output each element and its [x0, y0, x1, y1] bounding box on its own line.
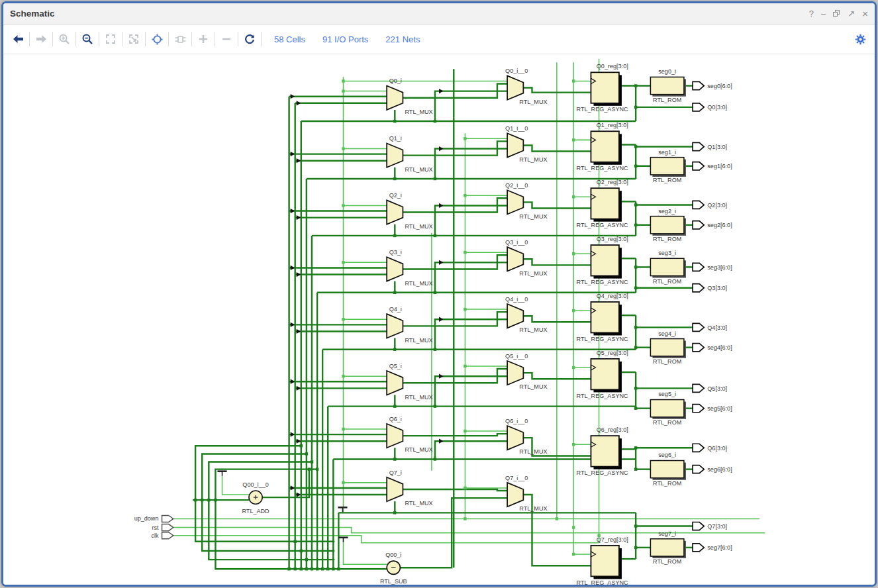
output-port-Q6[3:0]-symbol[interactable]	[693, 444, 704, 452]
regenerate-icon[interactable]	[242, 31, 258, 47]
output-port-Q5[3:0]-label: Q5[3:0]	[707, 385, 727, 392]
autofit-selection-icon[interactable]	[149, 31, 165, 47]
cell-Q4_reg[3:0][interactable]	[591, 302, 618, 332]
zoom-in-icon[interactable]	[56, 31, 72, 47]
back-icon[interactable]	[10, 31, 26, 47]
cell-type-label: RTL_MUX	[519, 326, 547, 333]
net-arrowhead	[439, 89, 444, 93]
net-junction-dot	[634, 165, 637, 168]
net-junction-dot	[434, 405, 436, 407]
cell-Q0_reg[3:0][interactable]	[591, 72, 618, 103]
cell-Q1_i__0[interactable]	[507, 133, 523, 157]
net-junction-dot	[393, 348, 396, 351]
net-junction-dot	[434, 120, 436, 122]
cell-seg6_i[interactable]	[650, 461, 684, 478]
io-ports-count-link[interactable]: 91 I/O Ports	[322, 34, 368, 44]
forward-icon[interactable]	[33, 31, 49, 47]
add-icon[interactable]	[195, 31, 211, 47]
output-port-seg5[6:0]-symbol[interactable]	[693, 405, 704, 413]
maximize-icon[interactable]: ↗	[848, 9, 855, 18]
input-port-rst-label: rst	[152, 524, 159, 531]
output-port-seg6[6:0]-symbol[interactable]	[693, 466, 704, 473]
input-port-up_down-symbol[interactable]	[162, 515, 173, 522]
remove-icon[interactable]	[219, 31, 234, 47]
cell-type-label: RTL_REG_ASYNC	[577, 469, 628, 476]
output-port-Q0[3:0]-symbol[interactable]	[693, 103, 704, 111]
output-port-seg2[6:0]-symbol[interactable]	[693, 221, 704, 229]
net-arrowhead	[297, 492, 301, 497]
cell-seg2_i[interactable]	[650, 217, 684, 234]
cell-Q4_i[interactable]	[387, 314, 403, 338]
cell-seg0_i[interactable]	[650, 77, 684, 94]
output-port-Q4[3:0]-symbol[interactable]	[693, 323, 704, 331]
output-port-seg0[6:0]-symbol[interactable]	[693, 81, 704, 89]
cell-Q6_i[interactable]	[387, 424, 403, 448]
cell-type-label: RTL_MUX	[519, 99, 547, 105]
output-port-seg3[6:0]-symbol[interactable]	[693, 263, 704, 271]
net-arrowhead	[439, 146, 444, 151]
net-arrowhead	[291, 432, 295, 436]
output-port-Q2[3:0]-symbol[interactable]	[693, 201, 704, 209]
cell-seg5_i[interactable]	[650, 400, 684, 417]
cell-Q3_i[interactable]	[387, 257, 403, 281]
net-wire	[262, 469, 309, 497]
cell-Q2_i__0[interactable]	[507, 190, 523, 214]
cell-Q5_i[interactable]	[387, 371, 403, 395]
cell-Q6_reg[3:0][interactable]	[591, 436, 618, 466]
net-arrowhead	[297, 158, 301, 163]
net-junction-dot	[556, 517, 558, 520]
output-port-seg7[6:0]-symbol[interactable]	[693, 544, 704, 552]
output-port-seg2[6:0]-label: seg2[6:0]	[707, 222, 732, 228]
cell-Q7_i[interactable]	[387, 477, 403, 501]
help-icon[interactable]: ?	[809, 9, 814, 18]
cell-Q1_i[interactable]	[387, 143, 403, 167]
cells-count-link[interactable]: 58 Cells	[274, 34, 305, 44]
cell-type-label: RTL_REG_ASYNC	[577, 222, 628, 228]
output-port-Q3[3:0]-symbol[interactable]	[693, 284, 704, 292]
schematic-canvas[interactable]: Q0_iRTL_MUXQ0_i__0RTL_MUXQ0_reg[3:0]RTL_…	[3, 54, 875, 585]
cell-seg7_i[interactable]	[650, 539, 684, 556]
output-port-Q7[3:0]-symbol[interactable]	[693, 522, 704, 530]
cell-Q5_i__0[interactable]	[507, 361, 523, 385]
cell-Q5_reg[3:0][interactable]	[591, 359, 618, 389]
cell-Q2_reg[3:0][interactable]	[591, 188, 618, 219]
nets-count-link[interactable]: 221 Nets	[385, 34, 420, 44]
expand-cone-icon[interactable]	[172, 31, 188, 47]
output-port-Q1[3:0]-symbol[interactable]	[693, 142, 704, 150]
net-junction-dot	[634, 145, 637, 148]
output-port-Q5[3:0]-symbol[interactable]	[693, 384, 704, 392]
cell-name-label: Q3_i__0	[505, 239, 528, 246]
cell-Q3_i__0[interactable]	[507, 247, 523, 271]
cell-Q4_i__0[interactable]	[507, 304, 523, 328]
input-port-rst-symbol[interactable]	[162, 524, 173, 531]
cell-Q0_i__0[interactable]	[507, 75, 523, 99]
output-port-Q0[3:0]-label: Q0[3:0]	[707, 104, 727, 111]
cell-Q7_i__0[interactable]	[507, 483, 523, 507]
cell-Q1_reg[3:0][interactable]	[591, 131, 618, 162]
title-bar[interactable]: Schematic ? – ↗ ×	[3, 3, 875, 24]
cell-Q0_i[interactable]	[387, 86, 403, 110]
settings-gear-icon[interactable]	[852, 31, 868, 47]
cell-Q3_reg[3:0][interactable]	[591, 245, 618, 275]
net-junction-dot	[572, 79, 575, 82]
close-icon[interactable]: ×	[862, 9, 868, 19]
zoom-out-icon[interactable]	[79, 31, 95, 47]
schematic-toolbar: 58 Cells 91 I/O Ports 221 Nets	[3, 24, 875, 54]
cell-seg3_i[interactable]	[650, 258, 684, 275]
cell-seg1_i[interactable]	[650, 158, 684, 175]
input-port-clk-symbol[interactable]	[162, 532, 173, 539]
cell-Q7_reg[3:0][interactable]	[591, 546, 618, 576]
cell-Q2_i[interactable]	[387, 200, 403, 224]
output-port-seg1[6:0]-symbol[interactable]	[693, 162, 704, 170]
minimize-icon[interactable]: –	[821, 9, 826, 18]
cell-type-label: RTL_ROM	[653, 358, 681, 365]
output-port-seg5[6:0]-label: seg5[6:0]	[707, 405, 732, 412]
output-port-seg4[6:0]-symbol[interactable]	[693, 344, 704, 352]
cell-seg4_i[interactable]	[650, 339, 684, 356]
zoom-selection-icon[interactable]	[126, 31, 142, 47]
cell-Q6_i__0[interactable]	[507, 426, 523, 450]
float-window-icon[interactable]	[833, 10, 840, 17]
net-junction-dot	[634, 546, 637, 549]
fit-view-icon[interactable]	[103, 31, 119, 47]
output-port-Q3[3:0]-label: Q3[3:0]	[707, 285, 727, 291]
